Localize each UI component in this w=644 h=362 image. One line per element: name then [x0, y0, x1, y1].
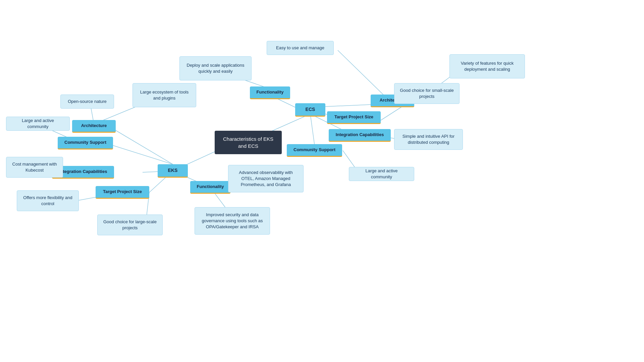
ecs-arch-leaf-easy: Easy to use and manage — [267, 41, 334, 55]
eks-integration-label: Integration Capabilities — [59, 169, 107, 175]
eks-target-leaf-flexibility: Offers more flexibility and control — [17, 190, 79, 211]
ecs-target-smallscale-label: Good choice for small-scale projects — [400, 87, 454, 100]
ecs-integration-leaf-api: Simple and intuitive API for distributed… — [394, 129, 463, 150]
eks-architecture-node: Architecture — [72, 120, 116, 133]
eks-arch-leaf-opensource: Open-source nature — [60, 95, 114, 109]
ecs-target-node: Target Project Size — [327, 111, 381, 124]
svg-line-2 — [116, 130, 173, 164]
eks-integration-leaf: Cost management with Kubecost — [6, 157, 63, 178]
ecs-target-label: Target Project Size — [334, 114, 373, 120]
ecs-functionality-node: Functionality — [250, 86, 290, 99]
eks-arch-label: Architecture — [81, 123, 107, 129]
center-node: Characteristics of EKS and ECS — [215, 131, 282, 154]
ecs-label: ECS — [306, 106, 315, 113]
ecs-community-label-leaf: Large and active community — [355, 168, 409, 180]
eks-functionality-node: Functionality — [190, 181, 230, 194]
eks-community-leaf: Large and active community — [6, 117, 70, 131]
eks-func-leaf-security: Improved security and data governance us… — [195, 207, 270, 235]
eks-target-node: Target Project Size — [96, 186, 149, 199]
eks-func-security-label: Improved security and data governance us… — [200, 212, 264, 230]
ecs-arch-leaf-variety: Variety of features for quick deployment… — [449, 54, 525, 78]
ecs-community-leaf: Large and active community — [349, 167, 414, 181]
ecs-func-leaf-deploy: Deploy and scale applications quickly an… — [179, 56, 252, 80]
eks-integration-label-leaf: Cost management with Kubecost — [12, 161, 57, 173]
eks-community-node: Community Support — [58, 137, 113, 149]
eks-arch-tools-label: Large ecosystem of tools and plugins — [138, 89, 191, 101]
eks-arch-leaf-tools: Large ecosystem of tools and plugins — [132, 83, 196, 107]
eks-target-largescale-label: Good choice for large-scale projects — [103, 219, 157, 231]
eks-target-leaf-largescale: Good choice for large-scale projects — [97, 215, 163, 235]
ecs-integration-node: Integration Capabilities — [329, 129, 391, 142]
ecs-community-node: Community Support — [287, 144, 342, 157]
ecs-target-leaf-smallscale: Good choice for small-scale projects — [394, 83, 460, 104]
ecs-arch-variety-label: Variety of features for quick deployment… — [455, 60, 519, 72]
eks-func-observability-label: Advanced observability with OTEL, Amazon… — [234, 170, 298, 188]
eks-func-label: Functionality — [197, 184, 224, 190]
ecs-node: ECS — [295, 103, 325, 117]
eks-target-flexibility-label: Offers more flexibility and control — [22, 195, 73, 207]
eks-arch-opensource-label: Open-source nature — [68, 99, 107, 105]
eks-community-label-leaf: Large and active community — [12, 118, 64, 130]
eks-func-leaf-observability: Advanced observability with OTEL, Amazon… — [228, 165, 304, 192]
eks-label: EKS — [168, 167, 178, 174]
eks-community-label: Community Support — [64, 139, 106, 145]
svg-line-3 — [113, 145, 173, 164]
ecs-community-label: Community Support — [293, 147, 335, 153]
ecs-arch-easy-label: Easy to use and manage — [276, 45, 324, 51]
eks-node: EKS — [158, 164, 188, 178]
ecs-integration-label: Integration Capabilities — [336, 132, 384, 138]
ecs-integration-api-label: Simple and intuitive API for distributed… — [400, 133, 457, 145]
ecs-func-label: Functionality — [257, 89, 284, 95]
ecs-func-deploy-label: Deploy and scale applications quickly an… — [185, 62, 246, 74]
eks-target-label: Target Project Size — [103, 189, 142, 195]
